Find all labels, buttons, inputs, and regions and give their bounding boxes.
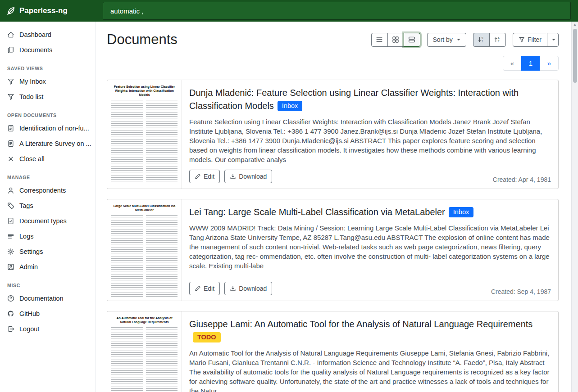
filter-group: Filter xyxy=(513,33,559,47)
download-icon xyxy=(230,285,236,292)
view-details-button[interactable] xyxy=(404,33,420,47)
document-card: Feature Selection using Linear Classifie… xyxy=(107,80,559,189)
sidebar-item-label: Admin xyxy=(19,263,38,270)
sort-numeric-desc-button[interactable] xyxy=(473,33,490,47)
sidebar-item-label: Tags xyxy=(19,202,33,209)
sidebar-item-github[interactable]: GitHub xyxy=(0,306,95,321)
manage-heading: MANAGE xyxy=(0,167,95,183)
documents-toolbar: Sort by Filter xyxy=(371,33,559,47)
gear-icon xyxy=(7,248,14,255)
sidebar-item-todo-list[interactable]: Todo list xyxy=(0,89,95,104)
document-excerpt: Feature Selection using Linear Classifie… xyxy=(189,117,551,164)
top-navbar: Paperless-ng xyxy=(0,0,578,22)
sidebar-item-label: Documents xyxy=(19,46,52,54)
sidebar-item-tags[interactable]: Tags xyxy=(0,198,95,213)
sidebar-item-documentation[interactable]: Documentation xyxy=(0,291,95,306)
list-icon xyxy=(7,233,14,240)
question-circle-icon xyxy=(7,295,14,302)
tag-badge-inbox[interactable]: Inbox xyxy=(449,207,473,218)
thumbnail-title: Large Scale Multi-Label Classification v… xyxy=(111,204,177,212)
created-date: Created: Sep 4, 1987 xyxy=(491,288,551,295)
sidebar-item-label: Logs xyxy=(19,233,33,240)
sidebar-item-my-inbox[interactable]: My Inbox xyxy=(0,74,95,89)
download-button[interactable]: Download xyxy=(224,170,272,183)
thumbnail-text-lines xyxy=(111,215,177,297)
sidebar-item-close-all[interactable]: Close all xyxy=(0,151,95,167)
sort-by-dropdown[interactable]: Sort by xyxy=(427,33,466,47)
tag-badge-inbox[interactable]: Inbox xyxy=(278,101,302,112)
saved-views-heading: SAVED VIEWS xyxy=(0,58,95,74)
tag-icon xyxy=(7,202,14,209)
brand[interactable]: Paperless-ng xyxy=(0,6,96,15)
details-view-icon xyxy=(408,36,415,43)
tag-badge-todo[interactable]: TODO xyxy=(193,332,221,343)
saved-view-icon xyxy=(7,93,14,100)
sidebar-item-admin[interactable]: Admin xyxy=(0,259,95,275)
edit-button[interactable]: Edit xyxy=(189,282,220,295)
sidebar-item-label: A Literature Survey on ... xyxy=(19,140,91,147)
document-title-link[interactable]: Lei Tang: Large Scale Multi-Label Classi… xyxy=(189,207,445,217)
view-list-button[interactable] xyxy=(371,33,388,47)
thumbnail-text-lines xyxy=(111,327,177,392)
document-thumbnail[interactable]: Feature Selection using Linear Classifie… xyxy=(107,80,182,189)
funnel-icon xyxy=(519,36,525,43)
sidebar-item-label: Logout xyxy=(19,325,39,333)
chevron-down-icon xyxy=(457,39,460,41)
github-icon xyxy=(7,310,14,317)
sort-alpha-icon xyxy=(494,36,501,43)
download-button[interactable]: Download xyxy=(224,282,272,295)
sidebar-item-label: GitHub xyxy=(19,310,40,317)
sidebar-open-document-1[interactable]: Identification of non-fu... xyxy=(0,121,95,136)
misc-heading: MISC xyxy=(0,275,95,291)
scrollbar-up-arrow[interactable]: ▲ xyxy=(573,22,577,28)
pagination: « 1 » xyxy=(107,56,559,71)
view-mode-group xyxy=(371,33,420,47)
sidebar-item-label: My Inbox xyxy=(19,78,46,85)
sort-by-label: Sort by xyxy=(433,36,453,43)
sidebar-item-settings[interactable]: Settings xyxy=(0,244,95,259)
download-icon xyxy=(230,173,236,180)
document-thumbnail[interactable]: An Automatic Tool for the Analysis of Na… xyxy=(107,311,182,392)
document-thumbnail[interactable]: Large Scale Multi-Label Classification v… xyxy=(107,199,182,301)
sidebar-item-label: Document types xyxy=(19,217,67,225)
sort-direction-group xyxy=(473,33,506,47)
sidebar: Dashboard Documents SAVED VIEWS My Inbox… xyxy=(0,22,96,392)
pencil-icon xyxy=(195,285,201,292)
grid-view-icon xyxy=(392,36,399,43)
pagination-next[interactable]: » xyxy=(540,56,559,71)
brand-name: Paperless-ng xyxy=(19,6,68,15)
sidebar-item-dashboard[interactable]: Dashboard xyxy=(0,27,95,42)
thumbnail-title: An Automatic Tool for the Analysis of Na… xyxy=(111,316,177,324)
sort-alpha-asc-button[interactable] xyxy=(489,33,506,47)
sidebar-item-document-types[interactable]: Document types xyxy=(0,213,95,229)
filter-button[interactable]: Filter xyxy=(513,33,547,47)
sidebar-item-logs[interactable]: Logs xyxy=(0,229,95,244)
pagination-page-1[interactable]: 1 xyxy=(521,56,540,71)
filter-dropdown-toggle[interactable] xyxy=(547,33,559,47)
file-text-icon xyxy=(7,140,14,147)
document-title-link[interactable]: Giuseppe Lami: An Automatic Tool for the… xyxy=(189,319,532,329)
scrollbar-thumb[interactable] xyxy=(573,29,577,83)
documents-icon xyxy=(7,46,14,54)
scrollbar[interactable]: ▲ xyxy=(571,22,578,392)
close-icon xyxy=(7,155,14,162)
sidebar-open-document-2[interactable]: A Literature Survey on ... xyxy=(0,136,95,151)
document-excerpt: WWW 2009 MADRID! Track: Data Mining / Se… xyxy=(189,223,551,270)
paperless-logo-icon xyxy=(6,6,15,15)
sidebar-item-label: Close all xyxy=(19,155,45,162)
view-grid-button[interactable] xyxy=(387,33,404,47)
file-text-icon xyxy=(7,125,14,132)
sidebar-item-logout[interactable]: Logout xyxy=(0,321,95,337)
saved-view-icon xyxy=(7,78,14,85)
sidebar-item-documents[interactable]: Documents xyxy=(0,42,95,58)
pagination-prev: « xyxy=(503,56,522,71)
global-search-input[interactable] xyxy=(103,2,571,20)
sidebar-item-label: Documentation xyxy=(19,295,64,302)
sidebar-item-label: Identification of non-fu... xyxy=(19,125,89,132)
document-title-link[interactable]: Dunja Mladenić: Feature Selection using … xyxy=(189,88,519,111)
list-view-icon xyxy=(376,36,383,43)
filter-label: Filter xyxy=(528,36,542,43)
edit-button[interactable]: Edit xyxy=(189,170,220,183)
sidebar-item-correspondents[interactable]: Correspondents xyxy=(0,183,95,198)
document-card: An Automatic Tool for the Analysis of Na… xyxy=(107,311,559,392)
